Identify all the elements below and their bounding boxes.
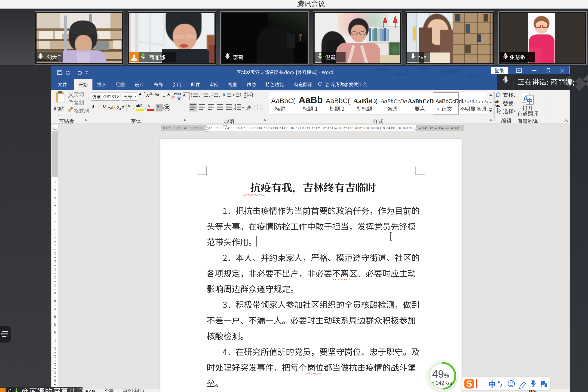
svg-text:6: 6 xyxy=(174,127,175,130)
svg-text:2: 2 xyxy=(53,189,56,190)
svg-text:14: 14 xyxy=(280,127,283,130)
svg-text:5: 5 xyxy=(233,127,234,130)
svg-text:AaBbC(: AaBbC( xyxy=(271,97,295,104)
svg-text:Z: Z xyxy=(244,95,246,98)
svg-text:6: 6 xyxy=(238,127,240,130)
svg-text:23: 23 xyxy=(328,127,331,130)
svg-text:16: 16 xyxy=(53,300,56,302)
svg-text:18: 18 xyxy=(302,127,305,130)
svg-text:12: 12 xyxy=(53,268,56,271)
svg-text:34: 34 xyxy=(387,127,390,130)
svg-text:31: 31 xyxy=(371,127,374,130)
svg-text:45: 45 xyxy=(446,127,449,130)
svg-text:27: 27 xyxy=(350,127,353,130)
svg-text:4: 4 xyxy=(228,127,229,130)
svg-text:13: 13 xyxy=(53,276,56,279)
svg-text:AaBbCcD: AaBbCcD xyxy=(408,98,434,104)
svg-text:142K/s: 142K/s xyxy=(435,380,452,386)
svg-text:6: 6 xyxy=(53,221,56,222)
svg-text:32: 32 xyxy=(376,127,379,130)
svg-text:19: 19 xyxy=(53,323,56,326)
svg-text:7: 7 xyxy=(169,127,170,130)
svg-text:i: i xyxy=(212,96,212,99)
svg-text:44: 44 xyxy=(441,127,444,130)
svg-text:20: 20 xyxy=(53,332,56,334)
svg-text:1: 1 xyxy=(53,181,56,183)
svg-text:3: 3 xyxy=(222,127,223,130)
svg-text:8: 8 xyxy=(53,237,56,238)
svg-text:7: 7 xyxy=(243,127,245,130)
svg-text:3: 3 xyxy=(190,127,191,130)
svg-text:43: 43 xyxy=(435,127,438,130)
svg-text:3: 3 xyxy=(201,96,203,99)
svg-text:AaBb: AaBb xyxy=(299,95,323,105)
svg-text:21: 21 xyxy=(53,339,56,342)
svg-text:5: 5 xyxy=(179,127,181,130)
svg-text:21: 21 xyxy=(317,127,320,130)
svg-text:33: 33 xyxy=(382,127,385,130)
svg-text:A: A xyxy=(244,92,246,95)
svg-text:28: 28 xyxy=(355,127,358,130)
svg-text:10: 10 xyxy=(259,127,262,130)
svg-text:41: 41 xyxy=(425,127,428,130)
svg-text:1: 1 xyxy=(201,127,202,130)
svg-text:AaBbC(: AaBbC( xyxy=(326,97,350,104)
svg-text:12: 12 xyxy=(270,127,273,130)
svg-text:4: 4 xyxy=(184,127,186,130)
svg-text:9: 9 xyxy=(254,127,255,130)
svg-text:18: 18 xyxy=(53,316,56,318)
svg-text:17: 17 xyxy=(296,127,299,130)
svg-text:AaBbC(: AaBbC( xyxy=(353,97,377,105)
svg-text:11: 11 xyxy=(53,260,56,263)
svg-text:30: 30 xyxy=(366,127,369,130)
svg-text:35: 35 xyxy=(392,127,395,130)
svg-text:40: 40 xyxy=(419,127,422,130)
svg-text:37: 37 xyxy=(403,127,406,130)
svg-text:2: 2 xyxy=(195,127,197,130)
svg-text:10: 10 xyxy=(53,252,56,255)
svg-text:3: 3 xyxy=(53,197,56,199)
svg-text:22: 22 xyxy=(323,127,326,130)
svg-text:25: 25 xyxy=(53,371,56,374)
svg-text:42: 42 xyxy=(430,127,433,130)
svg-text:23: 23 xyxy=(53,355,56,358)
svg-text:24: 24 xyxy=(53,363,56,366)
svg-text:AaBbCcDa: AaBbCcDa xyxy=(463,98,488,104)
svg-text:4: 4 xyxy=(53,205,56,206)
svg-text:14: 14 xyxy=(53,284,56,286)
svg-text:13: 13 xyxy=(275,127,278,130)
svg-text:16: 16 xyxy=(291,127,294,130)
svg-text:15: 15 xyxy=(53,292,56,295)
svg-text:25: 25 xyxy=(339,127,342,130)
svg-text:S: S xyxy=(466,379,472,388)
svg-text:36: 36 xyxy=(398,127,401,130)
svg-text:26: 26 xyxy=(53,379,56,382)
svg-text:9: 9 xyxy=(53,245,56,246)
svg-text:24: 24 xyxy=(334,127,337,130)
svg-text:AaBbCcDa: AaBbCcDa xyxy=(380,98,407,104)
svg-text:11: 11 xyxy=(264,127,267,130)
svg-text:46: 46 xyxy=(451,127,454,130)
svg-text:20: 20 xyxy=(312,127,315,130)
svg-text:5: 5 xyxy=(53,213,56,214)
svg-text:22: 22 xyxy=(53,347,56,350)
svg-text:19: 19 xyxy=(307,127,310,130)
svg-text:7: 7 xyxy=(53,229,56,230)
svg-text:17: 17 xyxy=(53,308,56,310)
svg-text:2: 2 xyxy=(217,127,218,130)
svg-text:15: 15 xyxy=(286,127,289,130)
svg-text:26: 26 xyxy=(344,127,347,130)
svg-text:29: 29 xyxy=(360,127,363,130)
svg-text:8: 8 xyxy=(249,127,250,130)
svg-text:8: 8 xyxy=(163,127,165,130)
svg-text:38: 38 xyxy=(409,127,412,130)
svg-text:47: 47 xyxy=(457,127,460,130)
svg-text:AaBbCcDdI: AaBbCcDdI xyxy=(435,98,463,104)
svg-text:1: 1 xyxy=(211,127,213,130)
